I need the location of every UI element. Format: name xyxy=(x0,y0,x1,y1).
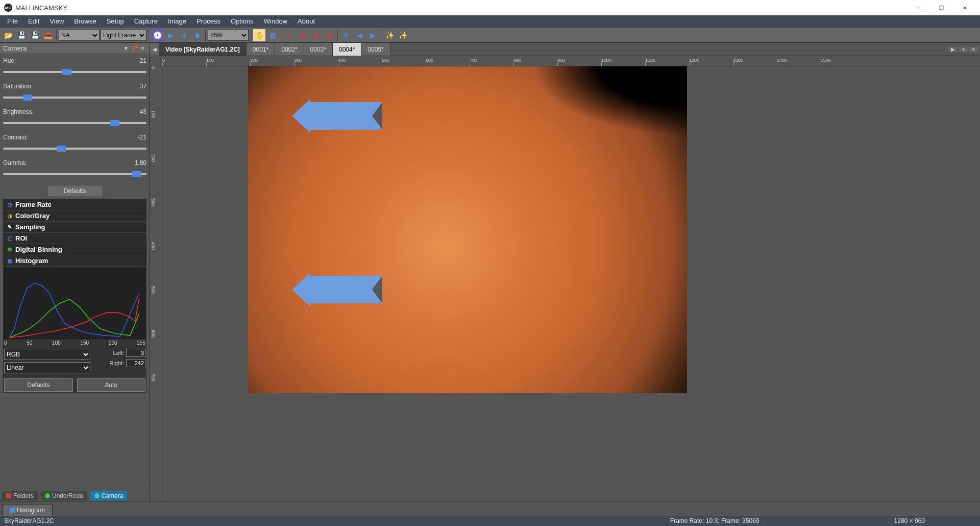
menubar: File Edit View Browse Setup Capture Imag… xyxy=(0,15,980,28)
histogram-scale-select[interactable]: Linear xyxy=(4,362,90,373)
ruler-vertical: 0100200300400500600700 xyxy=(150,66,162,501)
workspace: ◀ Video [SkyRaiderAG1.2C] 0001* 0002* 00… xyxy=(150,43,980,501)
sparkle-yellow-icon[interactable]: ✨ xyxy=(383,29,396,41)
bottom-histogram-tab[interactable]: Histogram xyxy=(2,504,53,516)
menu-process[interactable]: Process xyxy=(191,15,226,28)
image-tab-2[interactable]: 0002* xyxy=(275,43,304,56)
hue-slider[interactable] xyxy=(3,71,146,73)
app-title: MALLINCAMSKY xyxy=(15,4,907,12)
zoom-select[interactable]: 85% xyxy=(208,30,249,41)
section-color-gray[interactable]: ◑Color/Gray xyxy=(3,210,146,222)
panel-header: Camera ▼ 📌 ✕ xyxy=(0,43,150,54)
status-resolution: 1280 × 960 xyxy=(894,517,925,524)
contrast-slider[interactable] xyxy=(3,148,146,150)
image-tab-3[interactable]: 0003* xyxy=(304,43,333,56)
image-tab-1[interactable]: 0001* xyxy=(247,43,275,56)
histogram-body: 0 50 100 150 200 255 RGB Linear Left: xyxy=(3,267,146,393)
nav-left-icon[interactable]: ◀ xyxy=(353,29,365,41)
na-select[interactable]: NA xyxy=(59,30,100,41)
saturation-slider[interactable] xyxy=(3,97,146,99)
histogram-mode-select[interactable]: RGB xyxy=(4,349,90,360)
menu-setup[interactable]: Setup xyxy=(102,15,129,28)
panel-dropdown-icon[interactable]: ▼ xyxy=(122,44,130,53)
menu-file[interactable]: File xyxy=(2,15,23,28)
brightness-label: Brightness: xyxy=(3,108,34,115)
saturation-slider-row: Saturation:37 xyxy=(3,83,146,100)
titlebar: MC MALLINCAMSKY ─ ❐ ✕ xyxy=(0,0,980,15)
section-frame-rate[interactable]: ◔Frame Rate xyxy=(3,199,146,210)
section-digital-binning[interactable]: ⊞Digital Binning xyxy=(3,244,146,255)
brightness-value: 43 xyxy=(140,108,146,115)
tab-menu-icon[interactable]: ▾ xyxy=(959,46,968,52)
saturation-value: 37 xyxy=(140,83,146,90)
main-area: Camera ▼ 📌 ✕ Hue:-21 Saturation:37 Brigh… xyxy=(0,43,980,501)
diamond-3-icon[interactable]: ◆ xyxy=(323,29,335,41)
open-folder-icon[interactable]: 📂 xyxy=(2,29,14,41)
hue-label: Hue: xyxy=(3,57,16,64)
image-tab-video[interactable]: Video [SkyRaiderAG1.2C] xyxy=(159,43,247,56)
ruler-tick: 1000 xyxy=(601,58,611,63)
menu-options[interactable]: Options xyxy=(226,15,259,28)
save-as-icon[interactable]: 💾 xyxy=(29,29,41,41)
ruler-tick: 0 xyxy=(162,58,165,63)
hand-tool-icon[interactable]: ✋ xyxy=(253,29,265,41)
roi-icon: ▢ xyxy=(6,235,13,242)
folder-red-icon xyxy=(6,493,11,498)
gamma-slider[interactable] xyxy=(3,173,146,175)
maximize-button[interactable]: ❐ xyxy=(930,0,953,15)
histogram-defaults-button[interactable]: Defaults xyxy=(4,378,73,392)
section-histogram[interactable]: ▤Histogram xyxy=(3,255,146,267)
tab-scroll-right-icon[interactable]: ▶ xyxy=(948,46,958,52)
histogram-right-input[interactable] xyxy=(126,359,145,367)
tab-close-icon[interactable]: ✕ xyxy=(969,46,978,52)
play-icon[interactable]: ▶ xyxy=(164,29,177,41)
image-tab-4[interactable]: 0004* xyxy=(333,43,361,56)
panel-close-icon[interactable]: ✕ xyxy=(138,44,146,53)
defaults-button[interactable]: Defaults xyxy=(47,185,103,197)
menu-about[interactable]: About xyxy=(292,15,320,28)
tab-folders[interactable]: Folders xyxy=(2,491,38,500)
menu-browse[interactable]: Browse xyxy=(69,15,101,28)
annotation-arrow-1 xyxy=(310,102,382,130)
gamma-label: Gamma: xyxy=(3,159,27,166)
close-button[interactable]: ✕ xyxy=(953,0,976,15)
timer-icon[interactable]: 🕑 xyxy=(151,29,163,41)
ruler-tick: 400 xyxy=(151,242,156,250)
crop-icon[interactable]: ▣ xyxy=(266,29,279,41)
menu-view[interactable]: View xyxy=(44,15,69,28)
move-blue-icon[interactable]: ✥ xyxy=(340,29,352,41)
diamond-1-icon[interactable]: ◆ xyxy=(297,29,309,41)
sparkle-purple-icon[interactable]: ✨ xyxy=(397,29,409,41)
color-icon: ◑ xyxy=(6,212,13,220)
x-red-icon[interactable]: ✕ xyxy=(283,29,296,41)
ruler-tick: 800 xyxy=(513,58,521,63)
diamond-2-icon[interactable]: ◆ xyxy=(310,29,322,41)
tab-camera[interactable]: Camera xyxy=(90,491,128,500)
section-roi[interactable]: ▢ROI xyxy=(3,233,146,244)
export-icon[interactable]: 📤 xyxy=(42,29,54,41)
tab-scroll-left-icon[interactable]: ◀ xyxy=(150,43,159,56)
nav-right-icon[interactable]: ▶ xyxy=(366,29,379,41)
histogram-auto-button[interactable]: Auto xyxy=(77,378,146,392)
brightness-slider[interactable] xyxy=(3,122,146,124)
menu-capture[interactable]: Capture xyxy=(129,15,163,28)
record-icon[interactable]: ⏺ xyxy=(191,29,203,41)
ruler-tick: 600 xyxy=(426,58,433,63)
menu-image[interactable]: Image xyxy=(163,15,191,28)
menu-edit[interactable]: Edit xyxy=(23,15,44,28)
save-icon[interactable]: 💾 xyxy=(15,29,28,41)
menu-window[interactable]: Window xyxy=(259,15,292,28)
minimize-button[interactable]: ─ xyxy=(907,0,930,15)
ruler-tick: 0 xyxy=(151,66,156,69)
frame-type-select[interactable]: Light Frame xyxy=(101,30,146,41)
pause-icon[interactable]: ⏸ xyxy=(178,29,190,41)
image-tab-5[interactable]: 0005* xyxy=(361,43,390,56)
section-sampling[interactable]: ✎Sampling xyxy=(3,222,146,233)
histogram-canvas[interactable] xyxy=(4,268,145,339)
histogram-left-input[interactable] xyxy=(126,349,145,357)
contrast-label: Contrast: xyxy=(3,134,28,141)
tab-undo-redo[interactable]: Undo/Redo xyxy=(41,491,87,500)
image-canvas[interactable] xyxy=(162,66,980,501)
ruler-tick: 1100 xyxy=(645,58,655,63)
panel-pin-icon[interactable]: 📌 xyxy=(130,44,138,53)
